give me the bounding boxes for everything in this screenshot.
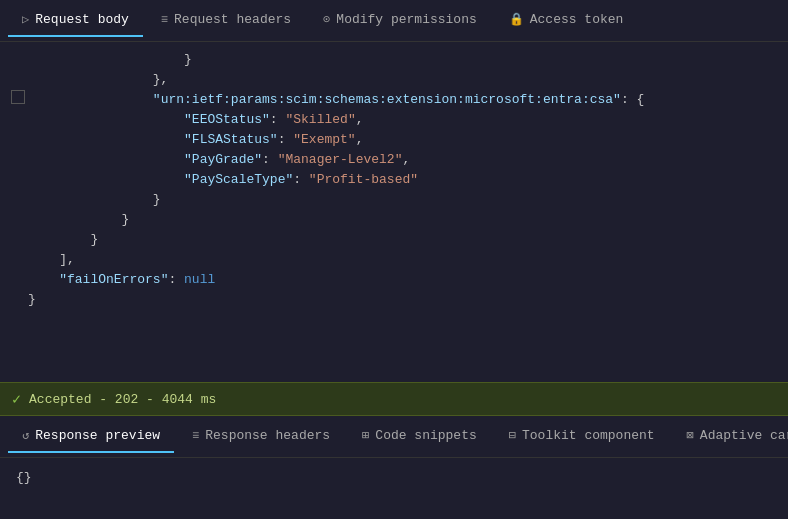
tab-modify-permissions-label: Modify permissions	[336, 12, 476, 27]
tab-adaptive-cards-label: Adaptive cards	[700, 428, 788, 443]
adaptive-icon: ⊠	[687, 428, 694, 443]
code-line-10: }	[0, 230, 788, 250]
tab-access-token-label: Access token	[530, 12, 624, 27]
code-line-8: }	[0, 190, 788, 210]
code-line-6: "PayGrade": "Manager-Level2",	[0, 150, 788, 170]
status-bar: ✓ Accepted - 202 - 4044 ms	[0, 382, 788, 416]
preview-icon: ↺	[22, 428, 29, 443]
play-icon: ▷	[22, 12, 29, 27]
tab-code-snippets-label: Code snippets	[375, 428, 476, 443]
code-line-12: "failOnErrors": null	[0, 270, 788, 290]
tab-access-token[interactable]: 🔒 Access token	[495, 4, 638, 37]
code-line-1: }	[0, 50, 788, 70]
code-panel: } }, "urn:ietf:params:scim:schemas:exten…	[0, 42, 788, 382]
tab-request-headers[interactable]: ≡ Request headers	[147, 4, 305, 37]
headers-icon: ≡	[192, 429, 199, 443]
tab-toolkit-component-label: Toolkit component	[522, 428, 655, 443]
response-body-text: {}	[16, 470, 32, 485]
code-line-3: "urn:ietf:params:scim:schemas:extension:…	[0, 90, 788, 110]
accepted-icon: ✓	[12, 390, 21, 409]
tab-modify-permissions[interactable]: ⊙ Modify permissions	[309, 4, 491, 37]
code-line-11: ],	[0, 250, 788, 270]
snippets-icon: ⊞	[362, 428, 369, 443]
line-checkbox[interactable]	[11, 90, 25, 104]
code-line-4: "EEOStatus": "Skilled",	[0, 110, 788, 130]
tab-response-preview-label: Response preview	[35, 428, 160, 443]
code-line-2: },	[0, 70, 788, 90]
status-text: Accepted - 202 - 4044 ms	[29, 392, 216, 407]
tab-request-body-label: Request body	[35, 12, 129, 27]
tab-adaptive-cards[interactable]: ⊠ Adaptive cards	[673, 420, 788, 453]
tab-response-headers-label: Response headers	[205, 428, 330, 443]
top-tab-bar: ▷ Request body ≡ Request headers ⊙ Modif…	[0, 0, 788, 42]
tab-request-body[interactable]: ▷ Request body	[8, 4, 143, 37]
code-line-5: "FLSAStatus": "Exempt",	[0, 130, 788, 150]
bottom-content-panel: {}	[0, 458, 788, 519]
tab-toolkit-component[interactable]: ⊟ Toolkit component	[495, 420, 669, 453]
tab-response-preview[interactable]: ↺ Response preview	[8, 420, 174, 453]
tab-request-headers-label: Request headers	[174, 12, 291, 27]
code-line-9: }	[0, 210, 788, 230]
code-line-7: "PayScaleType": "Profit-based"	[0, 170, 788, 190]
tab-code-snippets[interactable]: ⊞ Code snippets	[348, 420, 491, 453]
lock-icon: 🔒	[509, 12, 524, 27]
toolkit-icon: ⊟	[509, 428, 516, 443]
bottom-tab-bar: ↺ Response preview ≡ Response headers ⊞ …	[0, 416, 788, 458]
code-line-13: }	[0, 290, 788, 310]
list-icon: ≡	[161, 13, 168, 27]
tab-response-headers[interactable]: ≡ Response headers	[178, 420, 344, 453]
permissions-icon: ⊙	[323, 12, 330, 27]
